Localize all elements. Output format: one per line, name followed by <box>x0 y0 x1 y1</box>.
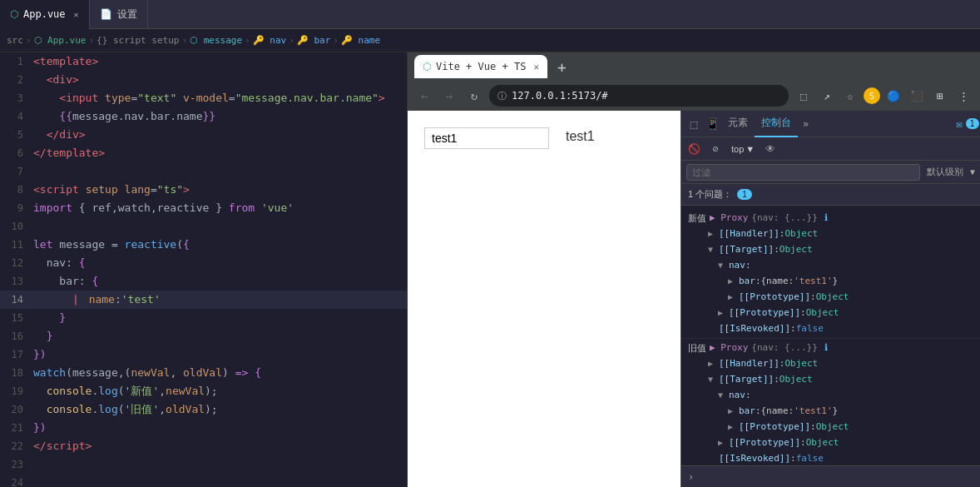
tab-close-app-vue[interactable]: ✕ <box>74 10 79 19</box>
new-proxy-label: ▶ Proxy <box>710 211 748 226</box>
editor-tab-bar: ⬡ App.vue ✕ 📄 设置 <box>0 0 980 29</box>
tree-row: [[Handler]]: Object <box>695 226 973 241</box>
code-line-11: 11 let message = reactive({ <box>0 236 407 254</box>
extension-button-2[interactable]: ⬛ <box>907 86 927 106</box>
code-line-7: 7 <box>0 162 407 181</box>
url-text: 127.0.0.1:5173/# <box>512 90 608 102</box>
back-button[interactable]: ← <box>414 86 434 106</box>
devtools-tab-console[interactable]: 控制台 <box>755 111 798 137</box>
breadcrumb-bar: 🔑 bar <box>297 35 331 46</box>
tree-row: bar: {name: 'test1'} <box>695 403 973 419</box>
old-proto-2-toggle[interactable] <box>718 435 726 450</box>
old-proto-1-toggle[interactable] <box>728 420 736 434</box>
new-value-header: 新值 ▶ Proxy {nav: {...}} ℹ <box>688 211 973 226</box>
top-label: top <box>731 144 744 154</box>
old-target-toggle[interactable] <box>708 372 716 386</box>
devtools-filter-bar: 默认级别 ▼ <box>681 161 980 184</box>
proto-toggle-1[interactable] <box>728 290 736 304</box>
bar-toggle[interactable] <box>728 274 736 288</box>
tree-row: [[IsRevoked]]: false <box>695 321 973 336</box>
console-entry-old: 旧值 ▶ Proxy {nav: {...}} ℹ [[Handler]]: O… <box>681 339 980 465</box>
code-lines: 1 <template> 2 <div> 3 <input type="text… <box>0 52 407 487</box>
puzzle-icon[interactable]: ⊞ <box>930 86 950 106</box>
context-dropdown[interactable]: top ▼ <box>728 142 758 156</box>
old-preview: {nav: {...}} <box>751 340 817 355</box>
clear-button[interactable]: 🚫 <box>685 140 703 158</box>
target-toggle[interactable] <box>708 242 716 256</box>
old-nav-toggle[interactable] <box>718 388 726 402</box>
breadcrumb-appvue: ⬡ App.vue <box>34 35 87 46</box>
code-line-10: 10 <box>0 217 407 236</box>
devtools-tab-elements[interactable]: 元素 <box>721 111 755 137</box>
code-line-20: 20 console.log('旧值',oldVal); <box>0 400 407 419</box>
browser-tab-vite[interactable]: ⬡ Vite + Vue + TS ✕ <box>414 55 547 78</box>
dropdown-arrow-icon: ▼ <box>745 144 755 154</box>
extension-button-1[interactable]: 🔵 <box>883 86 903 106</box>
vite-tab-icon: ⬡ <box>423 61 431 72</box>
lock-icon: ⓘ <box>497 90 507 102</box>
devtools-toolbar: 🚫 ⊘ top ▼ 👁 <box>681 137 980 161</box>
code-line-24: 24 <box>0 474 407 487</box>
share-button[interactable]: ↗ <box>817 86 837 106</box>
breadcrumb-name: 🔑 name <box>341 35 380 46</box>
old-label: 旧值 <box>688 340 706 355</box>
code-line-6: 6 </template> <box>0 144 407 162</box>
page-display-text: test1 <box>566 127 595 144</box>
code-line-23: 23 <box>0 455 407 474</box>
old-info-icon[interactable]: ℹ <box>824 340 828 355</box>
screenshot-button[interactable]: ⬚ <box>794 86 814 106</box>
browser-pane: ⬡ Vite + Vue + TS ✕ + ← → ↻ ⓘ 127.0.0.1:… <box>408 52 980 487</box>
tree-row: [[Prototype]]: Object <box>695 289 973 305</box>
elements-tab-label: 元素 <box>728 116 748 130</box>
filter-input[interactable] <box>686 164 920 181</box>
block-icon[interactable]: ⊘ <box>706 140 725 158</box>
handler-toggle[interactable] <box>708 226 716 241</box>
tree-row: nav: <box>695 257 973 273</box>
code-line-3: 3 <input type="text" v-model="message.na… <box>0 89 407 107</box>
issues-badge: 1 <box>737 189 752 200</box>
new-tree: [[Handler]]: Object [[Target]]: Object n… <box>688 226 973 336</box>
level-dropdown-arrow-icon[interactable]: ▼ <box>970 167 975 176</box>
page-input-field[interactable] <box>424 127 549 149</box>
browser-tab-close[interactable]: ✕ <box>533 62 539 72</box>
tree-row: [[Target]]: Object <box>695 241 973 257</box>
expand-chevron-icon[interactable]: › <box>688 471 694 483</box>
old-handler-toggle[interactable] <box>708 356 716 370</box>
code-line-14: 14 | name:'test' <box>0 291 407 309</box>
address-bar[interactable]: ⓘ 127.0.0.1:5173/# <box>489 85 789 107</box>
tree-row: bar: {name: 'test1'} <box>695 273 973 289</box>
code-line-21: 21 }) <box>0 419 407 437</box>
breadcrumb-src: src <box>7 35 23 46</box>
devtools-inspect-icon[interactable]: ⬚ <box>685 115 703 133</box>
reload-button[interactable]: ↻ <box>464 86 484 106</box>
code-line-13: 13 bar: { <box>0 272 407 291</box>
code-line-16: 16 } <box>0 327 407 345</box>
tab-settings[interactable]: 📄 设置 <box>90 0 148 29</box>
bookmark-button[interactable]: ☆ <box>840 86 860 106</box>
menu-button[interactable]: ⋮ <box>953 86 973 106</box>
nav-toggle[interactable] <box>718 258 726 272</box>
settings-file-icon: 📄 <box>100 8 112 20</box>
devtools-tab-more[interactable]: » <box>798 118 814 130</box>
breadcrumb-message: ⬡ message <box>190 35 242 46</box>
tree-row: [[IsRevoked]]: false <box>695 450 973 465</box>
eye-button[interactable]: 👁 <box>761 140 780 158</box>
tab-app-vue[interactable]: ⬡ App.vue ✕ <box>0 0 90 29</box>
forward-button[interactable]: → <box>439 86 459 106</box>
new-info-icon[interactable]: ℹ <box>824 211 828 226</box>
old-proxy-label: ▶ Proxy <box>710 340 748 355</box>
devtools-device-icon[interactable]: 📱 <box>703 115 721 133</box>
code-editor: 1 <template> 2 <div> 3 <input type="text… <box>0 52 408 487</box>
old-tree: [[Handler]]: Object [[Target]]: Object n… <box>688 355 973 465</box>
console-tab-label: 控制台 <box>761 116 791 130</box>
tab-label-app-vue: App.vue <box>23 8 66 20</box>
message-icon[interactable]: ✉ 1 <box>958 115 977 133</box>
profile-button[interactable]: S <box>864 87 880 104</box>
proto-toggle-2[interactable] <box>718 306 726 320</box>
old-bar-toggle[interactable] <box>728 404 736 418</box>
devtools-bottom-bar: › <box>681 465 980 487</box>
new-tab-button[interactable]: + <box>551 58 573 76</box>
code-line-22: 22 </script> <box>0 437 407 455</box>
code-line-2: 2 <div> <box>0 71 407 89</box>
breadcrumb: src › ⬡ App.vue › {} script setup › ⬡ me… <box>0 29 980 52</box>
